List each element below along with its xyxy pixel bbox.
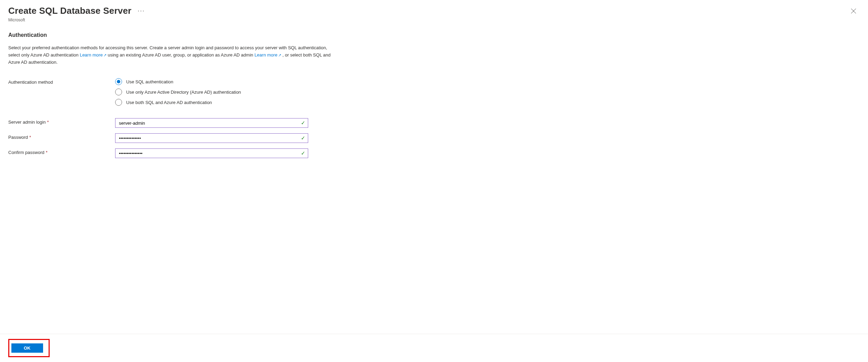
learn-more-link-2[interactable]: Learn more↗ (254, 52, 281, 58)
radio-aad-only[interactable]: Use only Azure Active Directory (Azure A… (115, 89, 308, 95)
radio-circle-icon (115, 78, 122, 85)
form-area: Authentication method Use SQL authentica… (8, 78, 336, 158)
radio-circle-icon (115, 99, 122, 106)
radio-dot-icon (117, 80, 120, 83)
close-button[interactable] (847, 6, 860, 17)
content-area: Authentication Select your preferred aut… (0, 25, 345, 177)
admin-login-input-wrap: ✓ (115, 118, 308, 128)
section-heading: Authentication (8, 32, 336, 38)
page-header: Create SQL Database Server ··· Microsoft (0, 0, 868, 25)
header-left: Create SQL Database Server ··· Microsoft (8, 6, 145, 22)
page-subtitle: Microsoft (8, 18, 145, 22)
required-mark: * (46, 150, 48, 155)
confirm-password-row: Confirm password* ✓ (8, 148, 336, 158)
section-description: Select your preferred authentication met… (8, 44, 336, 66)
ok-button[interactable]: OK (11, 343, 43, 353)
confirm-password-input-wrap: ✓ (115, 148, 308, 158)
admin-login-row: Server admin login* ✓ (8, 118, 336, 128)
external-link-icon: ↗ (103, 53, 107, 57)
external-link-icon: ↗ (278, 53, 281, 57)
more-actions-icon[interactable]: ··· (138, 7, 145, 14)
title-row: Create SQL Database Server ··· (8, 6, 145, 16)
learn-more-link-1[interactable]: Learn more↗ (80, 52, 106, 58)
auth-method-row: Authentication method Use SQL authentica… (8, 78, 336, 106)
auth-method-radio-group: Use SQL authentication Use only Azure Ac… (115, 78, 308, 106)
radio-both-label: Use both SQL and Azure AD authentication (126, 100, 212, 105)
footer-bar: OK (0, 334, 868, 362)
radio-sql-auth[interactable]: Use SQL authentication (115, 78, 308, 85)
radio-aad-only-label: Use only Azure Active Directory (Azure A… (126, 90, 241, 95)
radio-sql-label: Use SQL authentication (126, 79, 173, 84)
password-row: Password* ✓ (8, 133, 336, 143)
close-icon (851, 8, 856, 14)
password-input[interactable] (115, 133, 308, 143)
admin-login-label: Server admin login* (8, 118, 115, 125)
radio-circle-icon (115, 89, 122, 95)
auth-method-label: Authentication method (8, 78, 115, 85)
page-title: Create SQL Database Server (8, 6, 131, 16)
confirm-password-input[interactable] (115, 148, 308, 158)
radio-both-auth[interactable]: Use both SQL and Azure AD authentication (115, 99, 308, 106)
password-input-wrap: ✓ (115, 133, 308, 143)
confirm-password-label: Confirm password* (8, 148, 115, 155)
ok-highlight-box: OK (8, 339, 50, 357)
desc-text-2: using an existing Azure AD user, group, … (107, 52, 254, 58)
password-label: Password* (8, 133, 115, 140)
server-admin-login-input[interactable] (115, 118, 308, 128)
required-mark: * (29, 135, 31, 140)
required-mark: * (47, 120, 49, 125)
